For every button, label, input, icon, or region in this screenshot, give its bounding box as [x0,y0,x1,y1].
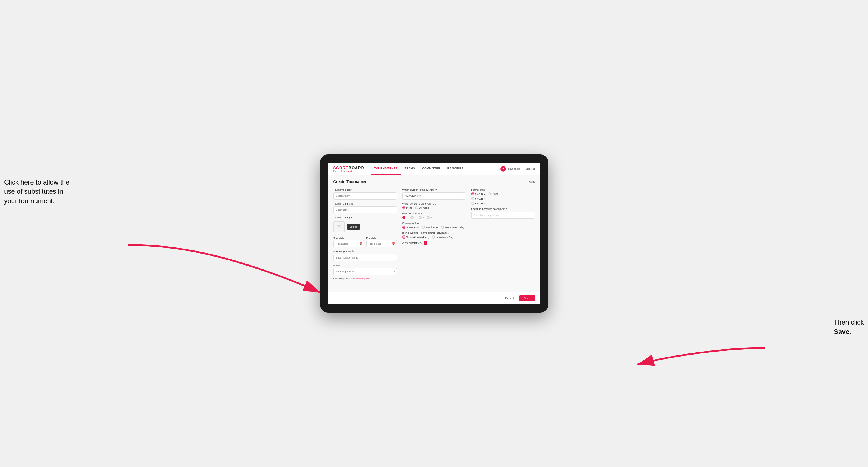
cancel-button[interactable]: Cancel [502,295,517,302]
tournament-host-select-wrap [333,192,397,199]
form-col-1: Tournament Host Tournament name Tourname… [333,188,397,280]
format-other-radio[interactable] [488,192,491,195]
upload-button[interactable]: Upload [347,224,361,229]
app-logo: SCOREBOARD Powered by clippd [333,165,364,172]
scoring-medal-match[interactable]: Medal Match Play [441,226,465,229]
gender-mens-label: Mens [406,207,412,209]
format-6count5[interactable]: 6 count 5 [471,202,535,205]
annotation-left: Click here to allow the use of substitut… [4,178,76,206]
logo-upload-area: Upload [333,221,397,232]
venue-help-text: Can't find your venue? email support [333,278,397,280]
logo-subtitle: Powered by clippd [333,170,364,172]
event-individuals-radio[interactable] [432,236,435,239]
sign-out-link[interactable]: Sign out [525,167,535,170]
division-select[interactable]: NCAA Division I [402,192,466,199]
user-name: blair admin [508,167,520,170]
tournament-logo-group: Tournament logo Upload [333,216,397,232]
nav-bar: SCOREBOARD Powered by clippd TOURNAMENTS… [328,163,540,175]
tablet-frame: SCOREBOARD Powered by clippd TOURNAMENTS… [320,154,548,313]
tournament-logo-label: Tournament logo [333,216,397,219]
tournament-host-label: Tournament Host [333,188,397,191]
format-5c4-radio[interactable] [471,192,474,195]
venue-group: Venue Can't find your venue? email suppo… [333,264,397,280]
gender-group: Which gender is the event for? Mens Wome… [402,202,466,209]
format-6c5-radio[interactable] [471,202,474,205]
page-footer: Cancel Save [328,292,540,304]
logo-title: SCOREBOARD [333,165,364,170]
format-6count4[interactable]: 6 count 4 [471,197,535,200]
tournament-host-input[interactable] [333,192,397,199]
tournament-host-group: Tournament Host [333,188,397,199]
form-col-2: Which division is the event for? NCAA Di… [402,188,466,280]
rounds-1-radio[interactable] [402,216,405,219]
page-header: Create Tournament ‹ Back [333,180,535,184]
gender-womens-label: Womens [419,207,429,209]
scoring-match-radio[interactable] [422,226,425,229]
gender-mens[interactable]: Mens [402,206,412,209]
format-6c4-radio[interactable] [471,197,474,200]
format-type-label: Format type [471,188,535,191]
form-col-3: Format type 5 count 4 Other [471,188,535,280]
calendar-icon: 📅 [359,242,362,245]
tablet-screen: SCOREBOARD Powered by clippd TOURNAMENTS… [328,163,540,304]
rounds-2-radio[interactable] [410,216,413,219]
nav-committee[interactable]: COMMITTEE [419,163,443,175]
sponsor-group: Sponsor (optional) [333,250,397,261]
dates-group: Start date 📅 End date 📅 [333,235,397,247]
venue-email-link[interactable]: email support [356,278,370,280]
rounds-radio-group: 1 2 3 4 [402,216,466,219]
rounds-4-radio[interactable] [427,216,430,219]
event-type-group: Is this event for Teams and/or Individua… [402,231,466,239]
rounds-3-radio[interactable] [418,216,422,219]
scoring-select-wrap: Select a scoring service [471,212,535,219]
venue-select-wrap [333,268,397,275]
scoring-stroke-radio[interactable] [402,226,405,229]
rounds-3[interactable]: 3 [418,216,424,219]
event-individuals[interactable]: Individuals Only [432,236,454,239]
scoring-api-group: Use third-party live scoring API? Select… [471,208,535,219]
venue-input[interactable] [333,268,397,275]
gender-womens[interactable]: Womens [415,206,429,209]
tournament-name-input[interactable] [333,206,397,214]
substitutes-checkbox-item: Allow substitutes? ✓ [402,241,466,245]
scoring-stroke[interactable]: Stroke Play [402,226,419,229]
sponsor-input[interactable] [333,254,397,261]
gender-womens-radio[interactable] [415,206,418,209]
format-5count4[interactable]: 5 count 4 [471,192,486,195]
form-grid: Tournament Host Tournament name Tourname… [333,188,535,280]
rounds-2[interactable]: 2 [410,216,416,219]
save-button[interactable]: Save [519,295,535,302]
event-type-label: Is this event for Teams and/or Individua… [402,231,466,234]
back-button[interactable]: ‹ Back [527,180,535,183]
start-date-wrap: 📅 [333,240,364,247]
page-content: Create Tournament ‹ Back Tournament Host [328,175,540,292]
nav-links: TOURNAMENTS TEAMS COMMITTEE RANKINGS [371,163,500,175]
format-radio-stack: 5 count 4 Other 6 count 4 [471,192,535,205]
format-type-group: Format type 5 count 4 Other [471,188,535,205]
avatar: B [500,166,506,172]
sponsor-label: Sponsor (optional) [333,250,397,253]
nav-teams[interactable]: TEAMS [401,163,418,175]
scoring-match[interactable]: Match Play [422,226,438,229]
rounds-group: Number of rounds 1 2 [402,212,466,219]
rounds-1[interactable]: 1 [402,216,408,219]
gender-label: Which gender is the event for? [402,202,466,205]
start-date-group: Start date 📅 [333,235,364,247]
format-other[interactable]: Other [488,192,498,195]
annotation-right: Then click Save. [834,317,864,336]
scoring-medal-radio[interactable] [441,226,444,229]
start-date-label: Start date [333,237,344,240]
rounds-4[interactable]: 4 [427,216,432,219]
nav-rankings[interactable]: RANKINGS [444,163,467,175]
event-teams-radio[interactable] [402,236,405,239]
tournament-name-label: Tournament name [333,202,397,205]
substitutes-label: Allow substitutes? [402,242,423,244]
event-teams[interactable]: Teams (+Individuals) [402,236,429,239]
nav-tournaments[interactable]: TOURNAMENTS [371,163,401,175]
gender-mens-radio[interactable] [402,206,405,209]
substitutes-group: Allow substitutes? ✓ [402,241,466,245]
substitutes-checkbox[interactable]: ✓ [424,241,427,245]
nav-user-area: B blair admin | Sign out [500,166,535,172]
end-date-label: End date [366,237,376,240]
scoring-api-select[interactable]: Select a scoring service [471,212,535,219]
